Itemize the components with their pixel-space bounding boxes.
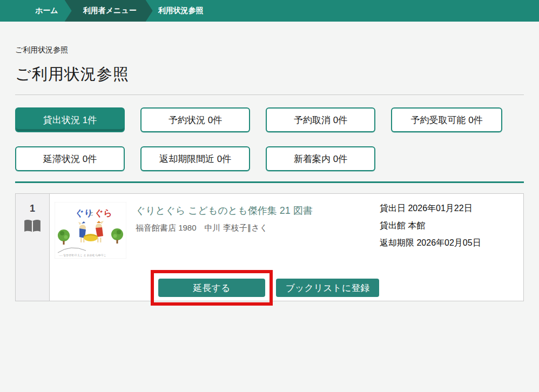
loan-date-line: 貸出日 2026年01月22日 [380,203,523,214]
highlight-annotation-box: 延長する [151,270,273,306]
svg-text:ぐら: ぐら [95,208,112,218]
tab-reservation-cancel[interactable]: 予約取消 0件 [266,107,375,132]
loan-library-line: 貸出館 本館 [380,220,523,231]
svg-text:..... なかがわりえこ と おおむらゆりこ: ..... なかがわりえこ と おおむらゆりこ [59,253,106,257]
page-title: ご利用状況参照 [15,64,524,85]
due-date-line: 返却期限 2026年02月05日 [380,238,523,248]
tab-due-soon[interactable]: 返却期限間近 0件 [140,146,250,171]
tab-loan-status[interactable]: 貸出状況 1件 [15,107,125,132]
tab-reservation-status[interactable]: 予約状況 0件 [140,107,250,132]
breadcrumb-user-menu[interactable]: 利用者メニュー [65,0,153,22]
breadcrumb-home[interactable]: ホーム [35,0,58,22]
loan-item-card: 1 ぐり と ぐら [15,193,524,301]
tab-overdue-status[interactable]: 延滞状況 0件 [15,146,125,171]
status-tabs: 貸出状況 1件 予約状況 0件 予約取消 0件 予約受取可能 0件 延滞状況 0… [15,107,524,171]
heading-divider [15,94,524,95]
tab-reservation-ready[interactable]: 予約受取可能 0件 [391,107,502,132]
book-icon [16,219,49,236]
add-to-booklist-button[interactable]: ブックリストに登録 [276,279,379,297]
section-rule [15,181,524,183]
book-cover-image[interactable]: ぐり と ぐら [55,202,126,259]
page-eyebrow: ご利用状況参照 [15,22,524,55]
tab-new-arrivals[interactable]: 新着案内 0件 [266,146,375,171]
breadcrumb: ホーム 利用者メニュー 利用状況参照 [0,0,539,22]
item-publisher-author: 福音館書店 1980 中川 李枝子∥さく [136,223,380,233]
extend-loan-button[interactable]: 延長する [158,279,265,297]
item-detail-area: ぐり と ぐら [50,194,523,301]
breadcrumb-usage-status[interactable]: 利用状況参照 [158,0,204,22]
item-loan-details: 貸出日 2026年01月22日 貸出館 本館 返却期限 2026年02月05日 [380,202,523,259]
item-title-link[interactable]: ぐりとぐら こどものとも傑作集 21 図書 [136,204,380,217]
item-index: 1 [16,203,49,214]
main-content: ご利用状況参照 ご利用状況参照 貸出状況 1件 予約状況 0件 予約取消 0件 … [0,22,539,301]
svg-text:と: と [89,211,94,216]
item-info: ぐりとぐら こどものとも傑作集 21 図書 福音館書店 1980 中川 李枝子∥… [136,202,380,259]
item-actions: 延長する ブックリストに登録 [151,270,523,306]
item-index-cell: 1 [16,194,50,301]
